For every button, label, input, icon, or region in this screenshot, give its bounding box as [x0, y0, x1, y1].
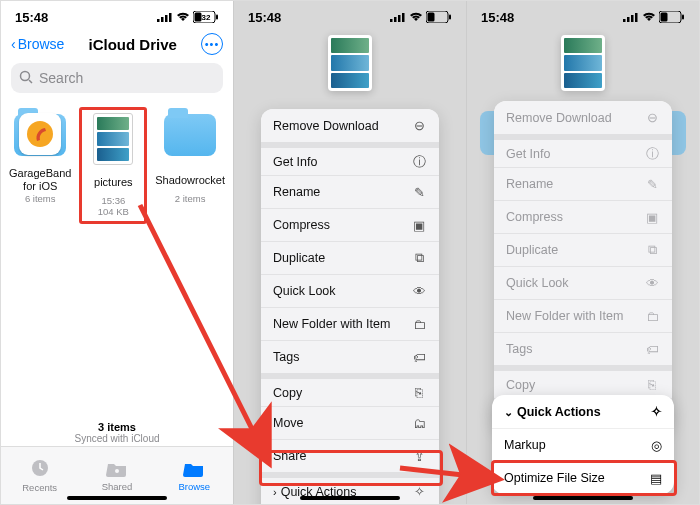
panel-1-files-app: 15:48 32 ‹ Browse iCloud Drive ••• Searc… — [1, 1, 234, 504]
copy-icon: ⎘ — [411, 385, 427, 400]
status-time: 15:48 — [248, 10, 281, 25]
item-meta1: 15:36 — [84, 195, 142, 206]
menu-get-info: Get Infoⓘ — [494, 134, 672, 167]
item-meta2: 104 KB — [84, 206, 142, 217]
pencil-icon: ✎ — [644, 177, 660, 192]
archive-icon: ▣ — [644, 210, 660, 225]
menu-new-folder: New Folder with Item🗀 — [494, 299, 672, 332]
file-pictures[interactable]: pictures 15:36 104 KB — [79, 107, 147, 224]
clock-icon — [30, 458, 50, 480]
svg-text:32: 32 — [202, 13, 211, 22]
eye-icon: 👁 — [411, 284, 427, 299]
menu-duplicate[interactable]: Duplicate⧉ — [261, 241, 439, 274]
svg-rect-5 — [195, 13, 202, 22]
svg-rect-19 — [449, 15, 451, 20]
svg-line-9 — [29, 80, 32, 83]
ellipsis-icon: ••• — [205, 38, 220, 50]
remove-icon: ⊖ — [644, 110, 660, 125]
status-bar: 15:48 — [467, 1, 699, 29]
doc-icon: ▤ — [650, 471, 662, 486]
home-indicator[interactable] — [533, 496, 633, 500]
duplicate-icon: ⧉ — [411, 250, 427, 266]
folder-icon — [164, 114, 216, 156]
tab-label: Browse — [178, 481, 210, 492]
signal-icon — [623, 12, 639, 22]
wifi-icon — [176, 12, 190, 22]
menu-remove-download[interactable]: Remove Download⊖ — [261, 109, 439, 142]
item-meta: 2 items — [155, 193, 225, 204]
back-button[interactable]: ‹ Browse — [11, 36, 64, 52]
context-menu: Remove Download⊖ Get Infoⓘ Rename✎ Compr… — [261, 109, 439, 504]
info-icon: ⓘ — [411, 153, 427, 171]
status-time: 15:48 — [481, 10, 514, 25]
battery-icon — [426, 11, 452, 23]
search-icon — [19, 70, 33, 87]
home-indicator[interactable] — [67, 496, 167, 500]
context-menu-dimmed: Remove Download⊖ Get Infoⓘ Rename✎ Compr… — [494, 101, 672, 431]
markup-icon: ◎ — [651, 438, 662, 453]
submenu-quick-actions-header[interactable]: ⌄Quick Actions✧ — [492, 395, 674, 428]
home-indicator[interactable] — [300, 496, 400, 500]
menu-rename: Rename✎ — [494, 167, 672, 200]
page-title: iCloud Drive — [89, 36, 177, 53]
footer-status: 3 items Synced with iCloud — [1, 421, 233, 444]
shared-folder-icon — [106, 459, 128, 479]
menu-compress: Compress▣ — [494, 200, 672, 233]
file-thumb-icon — [93, 113, 133, 165]
svg-rect-14 — [394, 17, 397, 22]
status-bar: 15:48 — [234, 1, 466, 29]
back-label: Browse — [18, 36, 65, 52]
tab-recents[interactable]: Recents — [1, 447, 78, 504]
tab-browse[interactable]: Browse — [156, 447, 233, 504]
menu-share[interactable]: Share⇪ — [261, 439, 439, 472]
svg-rect-22 — [631, 15, 634, 22]
panel-3-quick-actions: 15:48 Remove Download⊖ Get Infoⓘ Rename✎… — [467, 1, 699, 504]
menu-copy[interactable]: Copy⎘ — [261, 373, 439, 406]
chevron-down-icon: ⌄ — [504, 406, 513, 418]
svg-rect-23 — [635, 13, 638, 22]
menu-new-folder[interactable]: New Folder with Item🗀 — [261, 307, 439, 340]
item-count: 3 items — [1, 421, 233, 433]
wand-icon: ✧ — [411, 484, 427, 499]
menu-get-info[interactable]: Get Infoⓘ — [261, 142, 439, 175]
panel-2-context-menu: 15:48 Remove Download⊖ Get Infoⓘ Rename✎… — [234, 1, 467, 504]
menu-tags: Tags🏷 — [494, 332, 672, 365]
wifi-icon — [409, 12, 423, 22]
submenu-optimize-file-size[interactable]: Optimize File Size▤ — [492, 461, 674, 494]
svg-point-12 — [115, 469, 119, 473]
menu-quick-look[interactable]: Quick Look👁 — [261, 274, 439, 307]
duplicate-icon: ⧉ — [644, 242, 660, 258]
folder-shadowrocket[interactable]: Shadowrocket 2 items — [155, 107, 225, 224]
folder-garageband[interactable]: GarageBand for iOS 6 items — [9, 107, 71, 224]
item-name: pictures — [84, 169, 142, 195]
pencil-icon: ✎ — [411, 185, 427, 200]
svg-rect-1 — [161, 17, 164, 22]
archive-icon: ▣ — [411, 218, 427, 233]
search-input[interactable]: Search — [11, 63, 223, 93]
menu-remove-download: Remove Download⊖ — [494, 101, 672, 134]
menu-rename[interactable]: Rename✎ — [261, 175, 439, 208]
svg-rect-6 — [216, 15, 218, 20]
preview-thumb — [328, 35, 372, 91]
folder-icon — [183, 459, 205, 479]
menu-duplicate: Duplicate⧉ — [494, 233, 672, 266]
info-icon: ⓘ — [644, 145, 660, 163]
item-name: Shadowrocket — [155, 167, 225, 193]
tag-icon: 🏷 — [644, 342, 660, 357]
status-bar: 15:48 32 — [1, 1, 233, 29]
svg-rect-3 — [169, 13, 172, 22]
more-button[interactable]: ••• — [201, 33, 223, 55]
svg-rect-25 — [661, 13, 668, 22]
file-grid: GarageBand for iOS 6 items pictures 15:3… — [1, 97, 233, 234]
quick-actions-submenu: ⌄Quick Actions✧ Markup◎ Optimize File Si… — [492, 395, 674, 494]
menu-tags[interactable]: Tags🏷 — [261, 340, 439, 373]
menu-move[interactable]: Move🗂 — [261, 406, 439, 439]
submenu-markup[interactable]: Markup◎ — [492, 428, 674, 461]
wifi-icon — [642, 12, 656, 22]
svg-rect-26 — [682, 15, 684, 20]
search-placeholder: Search — [39, 70, 83, 86]
menu-compress[interactable]: Compress▣ — [261, 208, 439, 241]
eye-icon: 👁 — [644, 276, 660, 291]
move-icon: 🗂 — [411, 416, 427, 431]
share-icon: ⇪ — [411, 449, 427, 464]
